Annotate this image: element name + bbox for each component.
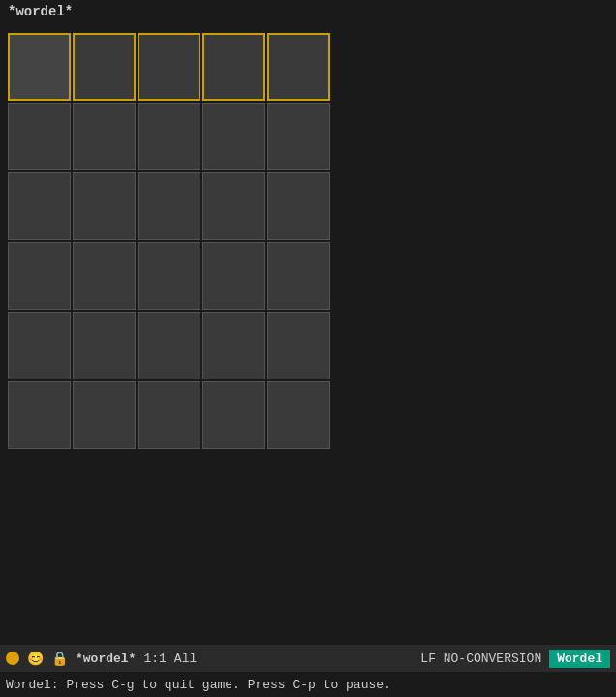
status-mode: Wordel xyxy=(549,650,610,668)
cell-5-4 xyxy=(267,381,330,449)
cell-3-4 xyxy=(267,242,330,310)
cell-4-0 xyxy=(8,312,71,379)
cell-2-2 xyxy=(138,172,200,240)
cell-2-0 xyxy=(8,172,71,240)
window-title: *wordel* xyxy=(8,4,73,19)
cell-1-2 xyxy=(138,103,200,170)
status-filename: *wordel* xyxy=(76,652,136,666)
cell-4-4 xyxy=(267,312,330,379)
cell-4-2 xyxy=(138,312,200,379)
cell-5-2 xyxy=(138,381,200,449)
cell-5-0 xyxy=(8,381,71,449)
cell-0-3[interactable] xyxy=(202,33,265,101)
status-bar: 😊 🔒 *wordel* 1:1 All LF NO-CONVERSION Wo… xyxy=(0,645,616,672)
app: *wordel* xyxy=(0,0,616,697)
cell-3-2 xyxy=(138,242,200,310)
cell-5-1 xyxy=(73,381,136,449)
status-lock-icon: 🔒 xyxy=(51,651,68,667)
cell-2-3 xyxy=(202,172,265,240)
cell-3-0 xyxy=(8,242,71,310)
cell-1-3 xyxy=(202,103,265,170)
status-position: 1:1 xyxy=(143,652,166,666)
cell-0-4[interactable] xyxy=(267,33,330,101)
game-area xyxy=(0,23,616,645)
cell-4-1 xyxy=(73,312,136,379)
status-view: All xyxy=(174,652,197,666)
cell-1-0 xyxy=(8,103,71,170)
cell-4-3 xyxy=(202,312,265,379)
cell-0-2[interactable] xyxy=(138,33,200,101)
status-emoji-icon: 😊 xyxy=(27,651,44,667)
cell-2-4 xyxy=(267,172,330,240)
status-circle-icon xyxy=(6,652,19,665)
cell-2-1 xyxy=(73,172,136,240)
cell-3-1 xyxy=(73,242,136,310)
message-text: Wordel: Press C-g to quit game. Press C-… xyxy=(6,678,391,692)
cell-5-3 xyxy=(202,381,265,449)
cell-0-0[interactable] xyxy=(8,33,71,101)
title-bar: *wordel* xyxy=(0,0,616,23)
cell-1-1 xyxy=(73,103,136,170)
cell-0-1[interactable] xyxy=(73,33,136,101)
cell-3-3 xyxy=(202,242,265,310)
message-bar: Wordel: Press C-g to quit game. Press C-… xyxy=(0,672,616,697)
cell-1-4 xyxy=(267,103,330,170)
game-grid xyxy=(8,33,330,449)
status-encoding: LF NO-CONVERSION xyxy=(420,652,541,666)
